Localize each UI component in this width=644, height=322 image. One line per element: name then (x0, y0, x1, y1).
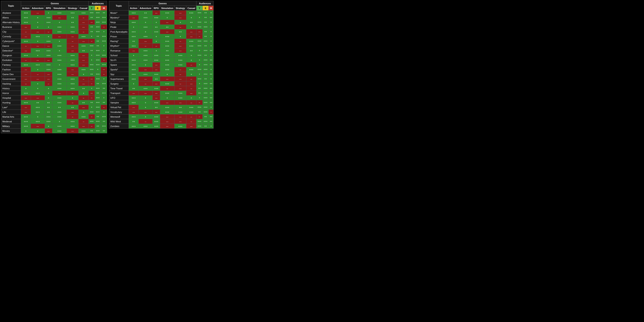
topic-cell: Racing* (109, 39, 129, 44)
genre-cell: + (129, 53, 138, 58)
table-row: Movies++---+++---++++++++++ (1, 128, 107, 133)
genre-cell: --- (186, 81, 196, 86)
aud-cell: + (89, 105, 95, 110)
genre-cell: ++ (45, 105, 52, 110)
genre-cell: + (31, 39, 45, 44)
topic-cell: Evolution (1, 58, 21, 62)
topic-cell: Medieval (1, 119, 21, 124)
genre-cell: +++ (174, 53, 186, 58)
aud-cell: +++ (101, 91, 107, 96)
table-row: Fashion---+++++++---+++++++--- (1, 67, 107, 72)
genre-cell: -- (174, 81, 186, 86)
table-row: Virtual Pet---++++++++++++++++++ (109, 105, 214, 110)
genre-cell: +++ (78, 44, 89, 48)
aud-cell: + (101, 44, 107, 48)
aud-cell: + (101, 77, 107, 81)
genre-cell: +++ (160, 91, 174, 96)
genre-cell: +++ (138, 48, 152, 53)
aud-cell: +++ (95, 58, 101, 62)
genre-cell: +++ (78, 10, 89, 15)
table-row: Vocabulary---------++++++++++++++-- (109, 110, 214, 114)
aud-cell: +++ (202, 25, 209, 30)
aud-cell: +++ (95, 15, 101, 20)
aud-cell: ++ (95, 124, 101, 128)
table-row: Evolution--------++++++---++++-- (1, 58, 107, 62)
left-table: TopicGenresAudiencesActionAdventureRPGSi… (1, 1, 107, 133)
genre-cell: --- (186, 34, 196, 39)
aud-cell: + (209, 124, 214, 128)
genre-cell: --- (67, 48, 78, 53)
table-row: Airplane+++---++++++++++++++++++ (1, 10, 107, 15)
genre-cell: +++ (160, 39, 174, 44)
genre-cell: + (186, 15, 196, 20)
genre-cell: -- (186, 62, 196, 67)
genre-cell: + (45, 96, 52, 100)
genre-cell: -- (67, 114, 78, 119)
genre-cell: +++ (129, 100, 138, 105)
genre-cell: + (153, 48, 160, 53)
genre-cell: +++ (186, 44, 196, 48)
aud-cell: ++ (209, 119, 214, 124)
genre-cell: +++ (21, 53, 31, 58)
genre-cell: +++ (21, 10, 31, 15)
genre-cell: -- (21, 30, 31, 34)
genre-cell: +++ (67, 62, 78, 67)
aud-cell: +++ (95, 53, 101, 58)
genres-header: Genres (129, 1, 196, 6)
genre-cell: + (45, 91, 52, 96)
genre-cell: +++ (78, 114, 89, 119)
genre-cell: + (31, 20, 45, 25)
genre-col-header: Casual (186, 6, 196, 10)
genre-cell: +++ (67, 119, 78, 124)
aud-cell: --- (89, 91, 95, 96)
aud-e-header: E (202, 6, 209, 10)
aud-cell: +++ (101, 53, 107, 58)
topic-cell: Mystery* (109, 15, 129, 20)
aud-cell: +++ (202, 96, 209, 100)
aud-cell: ++ (196, 91, 203, 96)
table-row: Time Travel++++++++-------+++++++ (109, 86, 214, 91)
genre-cell: +++ (21, 119, 31, 124)
table-row: Mystery*---+++++++---++++++ (109, 15, 214, 20)
genre-cell: ++ (174, 30, 186, 34)
genre-cell: ++ (45, 100, 52, 105)
genre-cell: --- (31, 77, 45, 81)
aud-cell: +++ (196, 20, 203, 25)
topic-cell: Sci-Fi (109, 58, 129, 62)
aud-cell: ++ (89, 100, 95, 105)
genre-cell: +++ (52, 110, 66, 114)
aud-cell: -- (196, 114, 203, 119)
aud-cell: -- (89, 114, 95, 119)
genre-cell: +++ (129, 62, 138, 67)
aud-e-header: E (95, 6, 101, 10)
aud-cell: ++ (209, 72, 214, 77)
genre-cell: +++ (174, 62, 186, 67)
topic-cell: Airplane (1, 10, 21, 15)
genre-cell: + (31, 15, 45, 20)
genre-cell: +++ (153, 86, 160, 91)
genre-cell: -- (160, 86, 174, 91)
genre-cell: +++ (138, 34, 152, 39)
topic-cell: Transport (109, 91, 129, 96)
aud-cell: + (95, 67, 101, 72)
genre-cell: +++ (31, 110, 45, 114)
genre-cell: ++ (52, 105, 66, 110)
genre-cell: + (45, 25, 52, 30)
genre-cell: + (153, 20, 160, 25)
aud-cell: ++ (202, 124, 209, 128)
genre-cell: +++ (52, 72, 66, 77)
genre-cell: +++ (67, 86, 78, 91)
aud-cell: ++ (89, 48, 95, 53)
topic-cell: Dungeon (1, 53, 21, 58)
genre-cell: + (52, 20, 66, 25)
genre-cell: ++ (129, 119, 138, 124)
genre-cell: +++ (174, 110, 186, 114)
genre-cell: +++ (160, 34, 174, 39)
aud-cell: +++ (101, 124, 107, 128)
aud-cell: -- (101, 72, 107, 77)
table-row: Rhythm*+++----+++---+++++++++ (109, 44, 214, 48)
aud-cell: + (89, 58, 95, 62)
aud-cell: ++ (209, 114, 214, 119)
topic-cell: Government (1, 77, 21, 81)
genre-cell: --- (78, 20, 89, 25)
